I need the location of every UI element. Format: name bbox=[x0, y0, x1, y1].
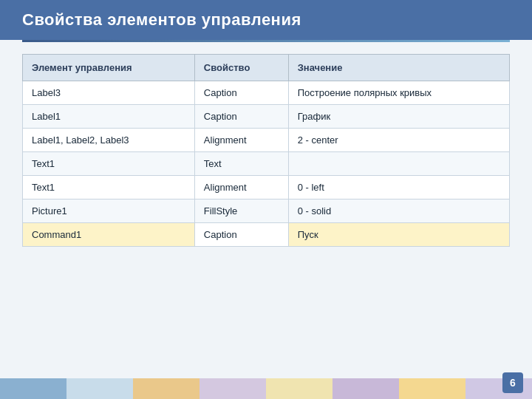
page-title: Свойства элементов управления bbox=[22, 10, 301, 30]
cell-element: Label1, Label2, Label3 bbox=[23, 129, 195, 152]
cell-value: Построение полярных кривых bbox=[288, 81, 509, 105]
table-row: Text1Text bbox=[23, 152, 510, 176]
bottom-decoration bbox=[0, 378, 532, 399]
main-content: Элемент управления Свойство Значение Lab… bbox=[0, 42, 532, 254]
cell-element: Text1 bbox=[23, 152, 195, 176]
table-row: Picture1FillStyle0 - solid bbox=[23, 200, 510, 223]
cell-element: Text1 bbox=[23, 176, 195, 200]
header: Свойства элементов управления bbox=[0, 0, 532, 40]
cell-element: Label3 bbox=[23, 81, 195, 105]
cell-property: Alignment bbox=[194, 129, 288, 152]
slide: Свойства элементов управления Элемент уп… bbox=[0, 0, 532, 399]
col-header-value: Значение bbox=[288, 55, 509, 81]
cell-value: 0 - solid bbox=[288, 200, 509, 223]
bottom-square bbox=[200, 378, 266, 399]
cell-value: График bbox=[288, 105, 509, 129]
bottom-square bbox=[332, 378, 399, 399]
cell-property: Caption bbox=[194, 223, 288, 247]
cell-element: Label1 bbox=[23, 105, 195, 129]
col-header-element: Элемент управления bbox=[23, 55, 195, 81]
table-row: Label1, Label2, Label3Alignment2 - cente… bbox=[23, 129, 510, 152]
bottom-square bbox=[399, 378, 466, 399]
cell-property: Caption bbox=[194, 81, 288, 105]
table-row: Label1CaptionГрафик bbox=[23, 105, 510, 129]
properties-table: Элемент управления Свойство Значение Lab… bbox=[22, 54, 510, 247]
cell-element: Picture1 bbox=[23, 200, 195, 223]
cell-element: Command1 bbox=[23, 223, 195, 247]
bottom-square bbox=[133, 378, 200, 399]
cell-value: Пуск bbox=[288, 223, 509, 247]
bottom-square bbox=[66, 378, 133, 399]
bottom-square bbox=[0, 378, 66, 399]
cell-property: Caption bbox=[194, 105, 288, 129]
cell-value: 2 - center bbox=[288, 129, 509, 152]
table-header-row: Элемент управления Свойство Значение bbox=[23, 55, 510, 81]
cell-property: Text bbox=[194, 152, 288, 176]
table-row: Label3CaptionПостроение полярных кривых bbox=[23, 81, 510, 105]
cell-value: 0 - left bbox=[288, 176, 509, 200]
cell-property: FillStyle bbox=[194, 200, 288, 223]
cell-value bbox=[288, 152, 509, 176]
table-row: Command1CaptionПуск bbox=[23, 223, 510, 247]
cell-property: Alignment bbox=[194, 176, 288, 200]
bottom-square bbox=[266, 378, 332, 399]
table-row: Text1Alignment0 - left bbox=[23, 176, 510, 200]
page-number: 6 bbox=[502, 372, 523, 393]
col-header-property: Свойство bbox=[194, 55, 288, 81]
